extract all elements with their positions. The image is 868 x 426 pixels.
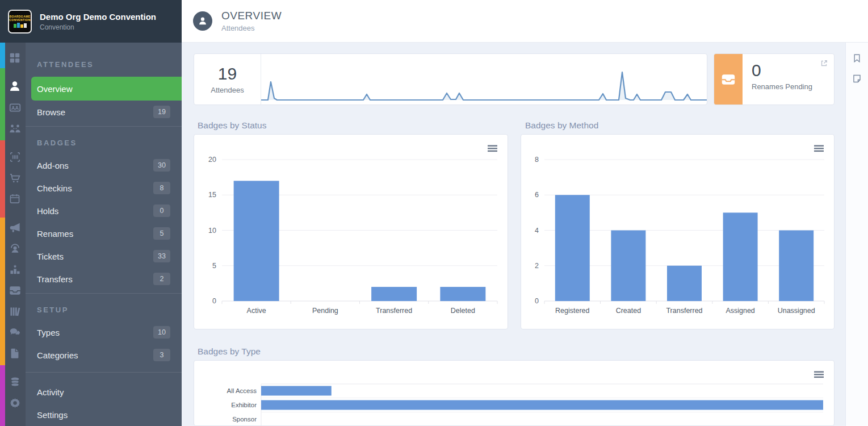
org-logo[interactable]: BOARDGAME CONVENTION bbox=[8, 10, 32, 34]
badges-by-type-card: All AccessExhibitorSponsor bbox=[194, 360, 835, 426]
sidebar-item-label: Transfers bbox=[37, 274, 73, 284]
svg-text:Transferred: Transferred bbox=[376, 307, 412, 315]
sidebar-item-settings[interactable]: Settings bbox=[26, 403, 182, 426]
sidebar-item-overview[interactable]: Overview bbox=[31, 77, 182, 101]
sparkline-path bbox=[261, 72, 707, 100]
sidebar-item-addons[interactable]: Add-ons 30 bbox=[26, 154, 182, 177]
org-header: BOARDGAME CONVENTION Demo Org Demo Conve… bbox=[0, 0, 182, 43]
logo-text-line2: CONVENTION bbox=[9, 18, 30, 22]
sidebar-item-checkins[interactable]: Checkins 8 bbox=[26, 177, 182, 199]
bar-transferred bbox=[371, 287, 417, 301]
svg-text:15: 15 bbox=[208, 191, 216, 199]
sidebar-item-tickets[interactable]: Tickets 33 bbox=[26, 245, 182, 268]
org-title: Demo Org Demo Convention bbox=[40, 11, 156, 23]
bar-unassigned bbox=[779, 231, 814, 302]
bar-active bbox=[234, 181, 279, 301]
count-badge: 5 bbox=[153, 227, 170, 240]
svg-text:Deleted: Deleted bbox=[451, 307, 475, 315]
sidebar-item-label: Overview bbox=[37, 84, 73, 94]
library-books-icon[interactable] bbox=[7, 304, 22, 319]
bar-assigned bbox=[723, 212, 758, 301]
chart-menu-icon[interactable] bbox=[488, 145, 497, 154]
sidebar-item-label: Types bbox=[37, 328, 60, 337]
chart-menu-icon[interactable] bbox=[814, 371, 824, 380]
main-content: 19 Attendees 0 Renames Pending Badges by… bbox=[182, 43, 845, 426]
bookmark-icon[interactable] bbox=[852, 53, 862, 65]
svg-text:0: 0 bbox=[212, 297, 216, 305]
chat-bubbles-icon[interactable] bbox=[7, 325, 22, 340]
badges-by-method-chart: 02468RegisteredCreatedTransferredAssigne… bbox=[521, 135, 834, 329]
page-title: OVERVIEW bbox=[221, 10, 282, 22]
svg-text:Registered: Registered bbox=[555, 307, 589, 315]
svg-text:8: 8 bbox=[535, 156, 539, 164]
app-window: BOARDGAME CONVENTION Demo Org Demo Conve… bbox=[0, 0, 868, 426]
svg-text:10: 10 bbox=[208, 227, 216, 235]
sidebar-item-label: Browse bbox=[37, 107, 65, 117]
org-subtitle: Convention bbox=[40, 23, 156, 31]
support-headset-icon[interactable] bbox=[7, 241, 22, 256]
shopping-cart-icon[interactable] bbox=[7, 170, 22, 185]
page-header: OVERVIEW Attendees bbox=[182, 0, 868, 43]
svg-text:Assigned: Assigned bbox=[726, 307, 754, 315]
sidebar-item-label: Holds bbox=[37, 206, 58, 216]
bar-created bbox=[611, 231, 645, 302]
svg-text:Created: Created bbox=[616, 307, 641, 315]
org-titles: Demo Org Demo Convention Convention bbox=[40, 11, 156, 31]
gear-icon[interactable] bbox=[7, 395, 22, 410]
bar-all-access bbox=[261, 386, 332, 396]
megaphone-icon[interactable] bbox=[7, 220, 22, 235]
attendees-count: 19 bbox=[218, 64, 237, 83]
svg-text:5: 5 bbox=[212, 262, 216, 270]
svg-text:4: 4 bbox=[535, 227, 539, 235]
inbox-tray-icon[interactable] bbox=[7, 283, 22, 298]
external-link-icon[interactable] bbox=[820, 59, 828, 69]
sidebar-item-transfers[interactable]: Transfers 2 bbox=[26, 268, 182, 290]
attendees-stat-card: 19 Attendees bbox=[194, 53, 707, 105]
attendees-sparkline bbox=[261, 54, 707, 105]
sidebar-item-activity[interactable]: Activity bbox=[26, 381, 182, 403]
sidebar-item-label: Renames bbox=[37, 229, 73, 239]
right-utility-rail bbox=[845, 43, 868, 426]
svg-text:Unassigned: Unassigned bbox=[778, 307, 815, 315]
coins-icon[interactable] bbox=[7, 374, 22, 389]
svg-text:0: 0 bbox=[535, 297, 539, 305]
people-transfer-icon[interactable] bbox=[7, 121, 22, 136]
attendees-avatar-icon bbox=[193, 11, 212, 31]
bar-registered bbox=[555, 195, 590, 301]
section-color-strip-blue bbox=[0, 43, 5, 68]
renames-label: Renames Pending bbox=[752, 82, 834, 91]
chart-title-badges-by-status: Badges by Status bbox=[198, 120, 267, 131]
svg-text:Transferred: Transferred bbox=[666, 307, 702, 315]
sidebar-item-types[interactable]: Types 10 bbox=[26, 321, 182, 344]
document-icon[interactable] bbox=[7, 346, 22, 361]
sparkline-chart bbox=[261, 54, 707, 105]
sidebar-item-browse[interactable]: Browse 19 bbox=[26, 101, 182, 123]
logo-art bbox=[14, 23, 27, 28]
count-badge: 8 bbox=[153, 182, 170, 194]
icon-rail bbox=[0, 43, 26, 426]
count-badge: 3 bbox=[153, 349, 170, 361]
renames-pending-card: 0 Renames Pending bbox=[714, 53, 835, 105]
page-header-titles: OVERVIEW Attendees bbox=[221, 10, 282, 32]
barcode-icon[interactable] bbox=[7, 149, 22, 164]
nav-divider bbox=[26, 372, 182, 373]
count-badge: 19 bbox=[153, 106, 170, 118]
badge-group-icon[interactable] bbox=[7, 100, 22, 115]
sidebar-item-label: Settings bbox=[37, 410, 68, 420]
count-badge: 30 bbox=[153, 159, 170, 172]
nav-section-setup: SETUP bbox=[26, 298, 182, 321]
note-icon[interactable] bbox=[852, 73, 862, 86]
count-badge: 2 bbox=[153, 273, 170, 285]
sidebar-item-categories[interactable]: Categories 3 bbox=[26, 344, 182, 366]
calendar-icon[interactable] bbox=[7, 191, 22, 206]
sidebar-item-holds[interactable]: Holds 0 bbox=[26, 199, 182, 222]
dashboard-grid-icon[interactable] bbox=[7, 51, 22, 65]
person-icon[interactable] bbox=[7, 79, 22, 94]
svg-text:All Access: All Access bbox=[227, 387, 257, 394]
section-color-strip-red bbox=[0, 140, 5, 218]
sidebar-item-renames[interactable]: Renames 5 bbox=[26, 222, 182, 245]
sidebar-item-label: Activity bbox=[37, 387, 64, 397]
podium-star-icon[interactable] bbox=[7, 262, 22, 277]
section-color-strip-orange bbox=[0, 218, 5, 365]
chart-menu-icon[interactable] bbox=[814, 145, 824, 154]
